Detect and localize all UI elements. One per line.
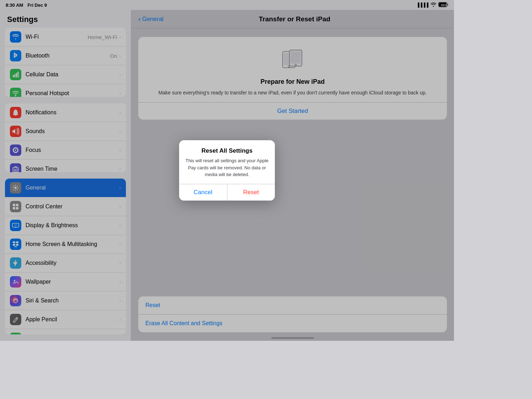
dialog-content: Reset All Settings This will reset all s… [179,140,275,184]
reset-dialog: Reset All Settings This will reset all s… [179,140,275,201]
dialog-title: Reset All Settings [185,147,269,154]
dialog-overlay: Reset All Settings This will reset all s… [0,0,454,341]
dialog-message: This will reset all settings and your Ap… [185,157,269,178]
dialog-cancel-button[interactable]: Cancel [179,184,227,201]
dialog-buttons: Cancel Reset [179,184,275,201]
dialog-reset-button[interactable]: Reset [227,184,275,201]
